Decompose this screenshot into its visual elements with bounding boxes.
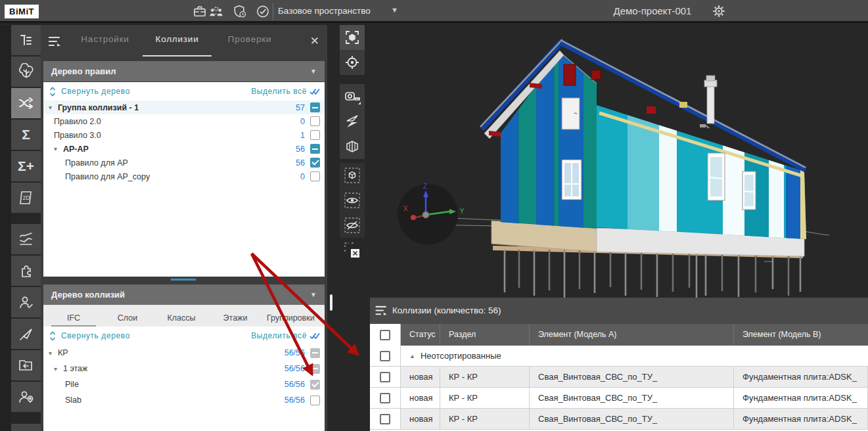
checkbox-empty[interactable] (310, 130, 320, 140)
locate-icon[interactable] (340, 50, 365, 75)
gizmo-z-label[interactable]: Z (423, 183, 427, 190)
svg-text:2D: 2D (22, 194, 30, 201)
caret-down-icon[interactable]: ▾ (49, 104, 58, 111)
row-checkbox[interactable] (380, 414, 390, 424)
collapse-tree-icon[interactable] (49, 87, 57, 97)
briefcase-icon[interactable] (191, 4, 208, 19)
checkbox-indeterminate[interactable] (310, 348, 320, 358)
collision-tree-row[interactable]: ▾ КР 56/56 (43, 345, 325, 361)
rule-row[interactable]: ▾ Группа коллизий - 1 57 (43, 101, 325, 114)
checkbox-checked[interactable] (310, 158, 320, 168)
tab-ifc[interactable]: IFC (51, 313, 96, 327)
tab-settings[interactable]: Настройки (72, 34, 138, 57)
caret-down-icon[interactable]: ▾ (49, 350, 58, 357)
tab-checks[interactable]: Проверки (217, 34, 283, 57)
select-all-label[interactable]: Выделить всё (251, 87, 307, 96)
rules-tree-header[interactable]: Дерево правил ▼ (43, 61, 325, 81)
table-menu-icon[interactable] (375, 306, 388, 317)
topbar-separator (273, 3, 273, 20)
rule-row[interactable]: Правило 2.0 0 (43, 114, 325, 128)
gable-window (562, 160, 582, 200)
collapse-tree-label[interactable]: Свернуть дерево (61, 331, 130, 340)
caret-down-icon[interactable]: ▾ (54, 145, 63, 152)
check-circle-icon[interactable] (254, 4, 271, 19)
collisions-icon[interactable] (11, 88, 41, 118)
team-icon[interactable] (208, 4, 225, 19)
section-box-icon[interactable] (340, 134, 365, 159)
checkbox-empty[interactable] (310, 116, 320, 126)
column-element-b[interactable]: Элемент (Модель В) (734, 324, 868, 346)
panel-resize-handle[interactable] (330, 294, 332, 311)
checkbox-indeterminate[interactable] (310, 102, 320, 112)
zoom-fit-icon[interactable] (340, 25, 365, 50)
collapse-tree-icon[interactable] (49, 331, 57, 341)
column-section[interactable]: Раздел (440, 324, 530, 346)
workspace-caret-icon[interactable]: ▼ (391, 6, 398, 14)
analytics-icon[interactable] (11, 224, 41, 254)
rule-row[interactable]: Правило 3.0 1 (43, 128, 325, 142)
table-row[interactable]: новая КР - КР Свая_Винтовая_СВС_по_ТУ_ Ф… (370, 409, 868, 430)
plugin-icon[interactable] (11, 256, 41, 286)
sigma-icon[interactable]: Σ (11, 120, 41, 150)
tab-classes[interactable]: Классы (159, 313, 204, 327)
tab-floors[interactable]: Этажи (213, 313, 258, 327)
shield-time-icon[interactable] (231, 4, 248, 19)
select-all-label[interactable]: Выделить всё (251, 331, 307, 340)
section-flip-icon[interactable] (340, 109, 365, 134)
checkbox-checked[interactable] (310, 380, 320, 390)
navigation-gizmo[interactable]: Z Y X (398, 183, 465, 244)
approval-icon[interactable] (11, 287, 41, 317)
gear-icon[interactable] (712, 4, 726, 18)
globe-icon[interactable] (11, 424, 41, 431)
row-checkbox[interactable] (380, 372, 390, 382)
double-check-icon[interactable] (309, 88, 320, 95)
row-checkbox[interactable] (380, 351, 390, 361)
collisions-panel: Настройки Коллизии Проверки ✕ Дерево пра… (41, 25, 327, 431)
isolate-selection-icon[interactable] (340, 163, 365, 188)
collision-table: Коллизии (количество: 56) Статус Раздел … (370, 298, 868, 431)
hide-selection-icon[interactable] (340, 213, 365, 238)
view-2d-icon[interactable]: 2D (11, 183, 41, 213)
tree-icon[interactable] (11, 57, 41, 87)
collision-tree-row[interactable]: ▾ 1 этаж 56/56 (43, 361, 325, 376)
tab-collisions[interactable]: Коллизии (143, 34, 212, 57)
checkbox-empty[interactable] (310, 171, 320, 181)
group-row[interactable]: ▲ Неотсортированные (370, 346, 868, 367)
rule-row[interactable]: ▾ АР-АР 56 (43, 142, 325, 156)
tab-groups[interactable]: Группировки (267, 313, 315, 327)
caret-down-icon[interactable]: ▾ (54, 365, 63, 373)
rule-row[interactable]: Правило для АР 56 (43, 156, 325, 170)
model-structure-icon[interactable] (11, 25, 41, 55)
table-row[interactable]: новая КР - КР Свая_Винтовая_СВС_по_ТУ_ Ф… (370, 367, 868, 388)
checkbox-indeterminate[interactable] (310, 144, 320, 154)
panel-menu-icon[interactable] (49, 36, 62, 48)
construction-icon[interactable] (11, 319, 41, 349)
rule-row[interactable]: Правило для АР_copy 0 (43, 170, 325, 183)
attic-door (562, 98, 580, 129)
collision-tree-row[interactable]: Pile 56/56 (43, 376, 325, 392)
collapse-group-icon[interactable]: ▲ (409, 353, 415, 359)
tab-layers[interactable]: Слои (105, 313, 150, 327)
select-all-checkbox[interactable] (370, 324, 401, 346)
export-icon[interactable] (11, 350, 41, 380)
gizmo-x-label[interactable]: X (403, 205, 408, 212)
show-selection-icon[interactable] (340, 188, 365, 213)
table-row[interactable]: новая КР - КР Свая_Винтовая_СВС_по_ТУ_ Ф… (370, 388, 868, 409)
sigma-plus-icon[interactable]: Σ+ (11, 151, 41, 181)
workspace-selector[interactable]: Базовое пространство (278, 6, 371, 16)
gizmo-y-label[interactable]: Y (460, 208, 465, 215)
double-check-icon[interactable] (309, 332, 320, 340)
checkbox-empty[interactable] (310, 396, 320, 405)
measure-icon[interactable] (340, 84, 365, 109)
rules-scroll-indicator[interactable] (171, 279, 196, 281)
clear-selection-icon[interactable] (340, 238, 365, 263)
collision-tree-header[interactable]: Дерево коллизий ▼ (43, 284, 325, 305)
collapse-tree-label[interactable]: Свернуть дерево (61, 87, 130, 96)
collision-tree-row[interactable]: Slab 56/56 (43, 392, 325, 408)
row-checkbox[interactable] (380, 393, 390, 403)
close-icon[interactable]: ✕ (310, 34, 319, 48)
column-status[interactable]: Статус (401, 324, 440, 346)
geo-user-icon[interactable] (11, 382, 41, 412)
checkbox-indeterminate[interactable] (310, 364, 320, 374)
column-element-a[interactable]: Элемент (Модель А) (530, 324, 734, 346)
